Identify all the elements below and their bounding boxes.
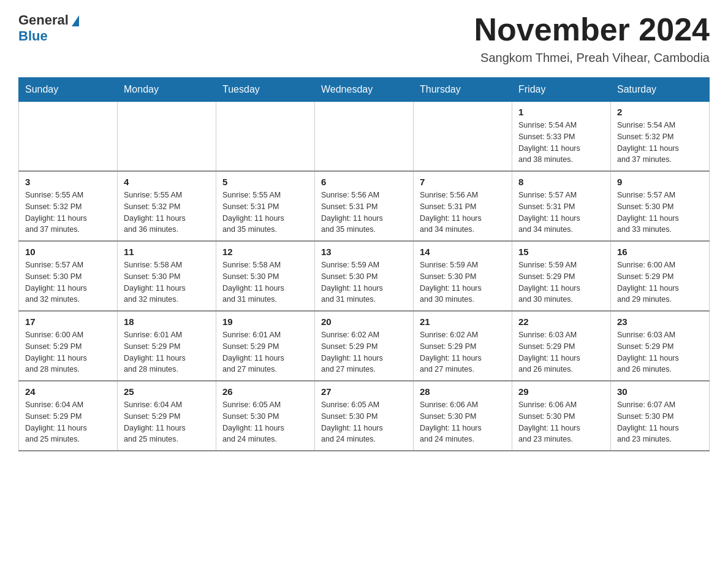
location-title: Sangkom Thmei, Preah Vihear, Cambodia	[474, 51, 710, 65]
calendar-day-cell: 30Sunrise: 6:07 AM Sunset: 5:30 PM Dayli…	[611, 381, 710, 451]
day-number: 1	[518, 107, 604, 117]
calendar-day-cell: 18Sunrise: 6:01 AM Sunset: 5:29 PM Dayli…	[118, 311, 216, 381]
calendar-day-cell: 17Sunrise: 6:00 AM Sunset: 5:29 PM Dayli…	[19, 311, 118, 381]
calendar-day-cell: 14Sunrise: 5:59 AM Sunset: 5:30 PM Dayli…	[414, 241, 512, 311]
weekday-header-sunday: Sunday	[19, 78, 118, 102]
calendar-table: SundayMondayTuesdayWednesdayThursdayFrid…	[18, 77, 710, 451]
calendar-day-cell: 22Sunrise: 6:03 AM Sunset: 5:29 PM Dayli…	[512, 311, 611, 381]
weekday-header-row: SundayMondayTuesdayWednesdayThursdayFrid…	[19, 78, 710, 102]
day-info: Sunrise: 6:04 AM Sunset: 5:29 PM Dayligh…	[124, 399, 210, 445]
day-number: 8	[518, 177, 604, 187]
calendar-week-row: 10Sunrise: 5:57 AM Sunset: 5:30 PM Dayli…	[19, 241, 710, 311]
day-info: Sunrise: 6:02 AM Sunset: 5:29 PM Dayligh…	[420, 329, 506, 375]
weekday-header-monday: Monday	[118, 78, 216, 102]
header: General Blue November 2024 Sangkom Thmei…	[18, 12, 710, 65]
logo-triangle-icon	[72, 15, 79, 26]
calendar-day-cell: 28Sunrise: 6:06 AM Sunset: 5:30 PM Dayli…	[414, 381, 512, 451]
day-number: 14	[420, 247, 506, 257]
day-number: 16	[617, 247, 703, 257]
calendar-day-cell: 23Sunrise: 6:03 AM Sunset: 5:29 PM Dayli…	[611, 311, 710, 381]
day-info: Sunrise: 5:55 AM Sunset: 5:32 PM Dayligh…	[25, 190, 111, 236]
day-number: 28	[420, 386, 506, 397]
weekday-header-saturday: Saturday	[611, 78, 710, 102]
day-number: 7	[420, 177, 506, 187]
calendar-day-cell: 8Sunrise: 5:57 AM Sunset: 5:31 PM Daylig…	[512, 171, 611, 241]
calendar-day-cell	[19, 102, 118, 172]
day-number: 4	[124, 177, 210, 187]
day-number: 25	[124, 386, 210, 397]
day-info: Sunrise: 6:00 AM Sunset: 5:29 PM Dayligh…	[617, 259, 703, 305]
day-info: Sunrise: 6:01 AM Sunset: 5:29 PM Dayligh…	[222, 329, 308, 375]
day-info: Sunrise: 6:06 AM Sunset: 5:30 PM Dayligh…	[518, 399, 604, 445]
calendar-day-cell: 15Sunrise: 5:59 AM Sunset: 5:29 PM Dayli…	[512, 241, 611, 311]
month-title: November 2024	[474, 12, 710, 47]
weekday-header-wednesday: Wednesday	[315, 78, 414, 102]
day-number: 10	[25, 247, 111, 257]
day-info: Sunrise: 5:58 AM Sunset: 5:30 PM Dayligh…	[124, 259, 210, 305]
day-info: Sunrise: 6:06 AM Sunset: 5:30 PM Dayligh…	[420, 399, 506, 445]
day-number: 11	[124, 247, 210, 257]
day-number: 12	[222, 247, 308, 257]
day-info: Sunrise: 6:04 AM Sunset: 5:29 PM Dayligh…	[25, 399, 111, 445]
logo-general-text: General	[18, 12, 69, 28]
day-number: 6	[321, 177, 407, 187]
day-number: 22	[518, 316, 604, 327]
calendar-day-cell: 19Sunrise: 6:01 AM Sunset: 5:29 PM Dayli…	[216, 311, 315, 381]
calendar-day-cell: 21Sunrise: 6:02 AM Sunset: 5:29 PM Dayli…	[414, 311, 512, 381]
day-info: Sunrise: 6:03 AM Sunset: 5:29 PM Dayligh…	[518, 329, 604, 375]
calendar-day-cell: 3Sunrise: 5:55 AM Sunset: 5:32 PM Daylig…	[19, 171, 118, 241]
calendar-week-row: 24Sunrise: 6:04 AM Sunset: 5:29 PM Dayli…	[19, 381, 710, 451]
calendar-day-cell	[216, 102, 315, 172]
day-info: Sunrise: 5:54 AM Sunset: 5:32 PM Dayligh…	[617, 120, 703, 166]
calendar-day-cell: 5Sunrise: 5:55 AM Sunset: 5:31 PM Daylig…	[216, 171, 315, 241]
day-info: Sunrise: 6:05 AM Sunset: 5:30 PM Dayligh…	[222, 399, 308, 445]
calendar-day-cell: 4Sunrise: 5:55 AM Sunset: 5:32 PM Daylig…	[118, 171, 216, 241]
day-number: 13	[321, 247, 407, 257]
day-number: 23	[617, 316, 703, 327]
calendar-day-cell: 27Sunrise: 6:05 AM Sunset: 5:30 PM Dayli…	[315, 381, 414, 451]
calendar-day-cell: 29Sunrise: 6:06 AM Sunset: 5:30 PM Dayli…	[512, 381, 611, 451]
day-number: 24	[25, 386, 111, 397]
calendar-day-cell: 12Sunrise: 5:58 AM Sunset: 5:30 PM Dayli…	[216, 241, 315, 311]
day-number: 26	[222, 386, 308, 397]
day-info: Sunrise: 5:59 AM Sunset: 5:29 PM Dayligh…	[518, 259, 604, 305]
calendar-day-cell: 20Sunrise: 6:02 AM Sunset: 5:29 PM Dayli…	[315, 311, 414, 381]
day-info: Sunrise: 5:55 AM Sunset: 5:32 PM Dayligh…	[124, 190, 210, 236]
day-info: Sunrise: 6:07 AM Sunset: 5:30 PM Dayligh…	[617, 399, 703, 445]
day-info: Sunrise: 6:00 AM Sunset: 5:29 PM Dayligh…	[25, 329, 111, 375]
calendar-day-cell: 25Sunrise: 6:04 AM Sunset: 5:29 PM Dayli…	[118, 381, 216, 451]
calendar-week-row: 17Sunrise: 6:00 AM Sunset: 5:29 PM Dayli…	[19, 311, 710, 381]
title-area: November 2024 Sangkom Thmei, Preah Vihea…	[474, 12, 710, 65]
day-info: Sunrise: 6:05 AM Sunset: 5:30 PM Dayligh…	[321, 399, 407, 445]
calendar-day-cell: 16Sunrise: 6:00 AM Sunset: 5:29 PM Dayli…	[611, 241, 710, 311]
day-info: Sunrise: 5:54 AM Sunset: 5:33 PM Dayligh…	[518, 120, 604, 166]
day-number: 18	[124, 316, 210, 327]
day-info: Sunrise: 5:57 AM Sunset: 5:30 PM Dayligh…	[25, 259, 111, 305]
day-info: Sunrise: 6:01 AM Sunset: 5:29 PM Dayligh…	[124, 329, 210, 375]
day-info: Sunrise: 5:59 AM Sunset: 5:30 PM Dayligh…	[321, 259, 407, 305]
day-info: Sunrise: 5:56 AM Sunset: 5:31 PM Dayligh…	[321, 190, 407, 236]
day-info: Sunrise: 5:57 AM Sunset: 5:30 PM Dayligh…	[617, 190, 703, 236]
day-number: 27	[321, 386, 407, 397]
day-info: Sunrise: 5:56 AM Sunset: 5:31 PM Dayligh…	[420, 190, 506, 236]
day-info: Sunrise: 6:03 AM Sunset: 5:29 PM Dayligh…	[617, 329, 703, 375]
logo: General Blue	[18, 12, 79, 44]
calendar-day-cell: 2Sunrise: 5:54 AM Sunset: 5:32 PM Daylig…	[611, 102, 710, 172]
calendar-day-cell: 7Sunrise: 5:56 AM Sunset: 5:31 PM Daylig…	[414, 171, 512, 241]
day-number: 20	[321, 316, 407, 327]
day-info: Sunrise: 5:58 AM Sunset: 5:30 PM Dayligh…	[222, 259, 308, 305]
day-number: 2	[617, 107, 703, 117]
day-number: 30	[617, 386, 703, 397]
day-number: 3	[25, 177, 111, 187]
calendar-day-cell	[414, 102, 512, 172]
day-number: 5	[222, 177, 308, 187]
day-number: 21	[420, 316, 506, 327]
logo-blue-text: Blue	[18, 28, 48, 44]
day-number: 19	[222, 316, 308, 327]
calendar-day-cell	[315, 102, 414, 172]
weekday-header-friday: Friday	[512, 78, 611, 102]
day-number: 29	[518, 386, 604, 397]
calendar-day-cell: 13Sunrise: 5:59 AM Sunset: 5:30 PM Dayli…	[315, 241, 414, 311]
day-info: Sunrise: 5:59 AM Sunset: 5:30 PM Dayligh…	[420, 259, 506, 305]
day-number: 15	[518, 247, 604, 257]
